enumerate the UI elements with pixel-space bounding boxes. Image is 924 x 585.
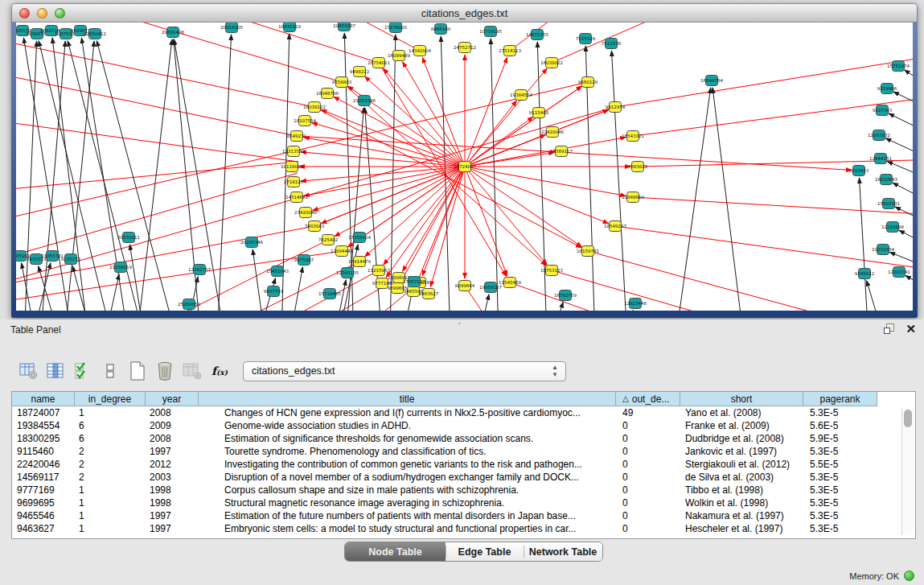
graph-node-teal[interactable]: 7515526 (576, 34, 596, 44)
citation-edge-red[interactable] (416, 167, 465, 285)
citation-edge-black[interactable] (676, 88, 711, 311)
cell-indegree[interactable]: 6 (75, 420, 146, 431)
cell-outde[interactable]: 0 (616, 446, 680, 457)
citation-network-graph[interactable]: 1872400776638221084861918549297161597411… (16, 23, 913, 311)
cell-year[interactable]: 1997 (146, 446, 199, 457)
row-height-icon[interactable] (98, 360, 122, 382)
cell-name[interactable]: 9465546 (12, 510, 75, 521)
graph-node-yellow[interactable]: 14342004 (409, 46, 431, 56)
graph-node-yellow[interactable]: 16099489 (388, 51, 410, 61)
graph-node-teal[interactable]: 15451943 (266, 266, 289, 277)
graph-node-teal[interactable]: 12923448 (624, 299, 647, 309)
citation-edge-red[interactable] (615, 226, 913, 271)
cell-pagerank[interactable]: 5.5E-5 (803, 459, 877, 470)
cell-year[interactable]: 1997 (146, 523, 199, 534)
cell-title[interactable]: Structural magnetic resonance image aver… (199, 497, 616, 509)
citation-edge-red[interactable] (403, 62, 465, 167)
cell-pagerank[interactable]: 5.9E-5 (803, 433, 877, 444)
cell-indegree[interactable]: 1 (75, 523, 146, 534)
citation-edge-black[interactable] (22, 263, 36, 311)
citation-edge-red[interactable] (72, 23, 342, 82)
cell-year[interactable]: 1997 (146, 510, 199, 521)
cell-pagerank[interactable]: 5.3E-5 (803, 510, 877, 521)
citation-edge-black[interactable] (491, 39, 499, 311)
table-row[interactable]: 946362711997Embryonic stem cells: a mode… (12, 522, 915, 535)
cell-title[interactable]: Genome-wide association studies in ADHD. (199, 420, 616, 431)
citation-edge-red[interactable] (465, 117, 533, 167)
graph-node-teal[interactable]: 21053346 (353, 96, 376, 106)
graph-node-teal[interactable]: 12210688 (881, 222, 904, 233)
graph-node-yellow[interactable]: 28754011 (368, 58, 390, 68)
graph-node-yellow[interactable]: 8549231 (287, 131, 307, 142)
window-titlebar[interactable]: citations_edges.txt (12, 4, 917, 23)
cell-year[interactable]: 2009 (146, 420, 199, 431)
cell-short[interactable]: de Silva et al. (2003) (680, 472, 803, 483)
cell-title[interactable]: Disruption of a novel member of a sodium… (199, 472, 616, 483)
graph-node-yellow[interactable]: 27514113 (499, 46, 521, 56)
citation-edge-red[interactable] (633, 96, 913, 136)
cell-short[interactable]: Wolkin et al. (1998) (680, 497, 803, 509)
graph-node-teal[interactable]: 11156819 (109, 262, 132, 273)
cell-short[interactable]: Tibbo et al. (1998) (680, 484, 803, 496)
graph-node-teal[interactable]: 15718485 (318, 289, 341, 299)
citation-edge-black[interactable] (105, 274, 119, 311)
graph-node-yellow[interactable]: 9660128 (578, 77, 598, 88)
column-header-name[interactable]: name (12, 392, 75, 406)
network-canvas[interactable]: 1872400776638221084861918549297161597411… (16, 23, 913, 311)
citation-edge-red[interactable] (143, 240, 328, 311)
graph-node-yellow[interactable]: 24752712 (454, 43, 476, 53)
cell-title[interactable]: Embryonic stem cells: a model to study s… (199, 523, 616, 534)
graph-node-teal[interactable]: 16648784 (700, 76, 723, 86)
table-row[interactable]: 977716911998Corpus callosum shape and si… (12, 484, 915, 496)
graph-node-teal[interactable]: 16210643 (875, 175, 897, 185)
cell-name[interactable]: 19384554 (12, 420, 75, 431)
graph-node-yellow[interactable]: 18107554 (294, 116, 316, 126)
cell-indegree[interactable]: 1 (75, 484, 146, 496)
scrollbar-thumb[interactable] (904, 410, 912, 427)
cell-name[interactable]: 18300295 (12, 433, 75, 444)
cell-title[interactable]: Changes of HCN gene expression and I(f) … (199, 407, 616, 418)
citation-edge-red[interactable] (386, 167, 465, 278)
cell-title[interactable]: Corpus callosum shape and size in male p… (199, 484, 616, 496)
citation-edge-black[interactable] (860, 178, 869, 311)
table-row[interactable]: 969969511998Structural magnetic resonanc… (12, 496, 915, 509)
cell-short[interactable]: Hescheler et al. (1997) (680, 523, 803, 534)
cell-indegree[interactable]: 6 (75, 433, 146, 444)
graph-node-teal[interactable]: 10719195 (479, 27, 502, 37)
node-attribute-table[interactable]: namein_degreeyeartitle△out_de...shortpag… (11, 391, 916, 539)
citation-edge-red[interactable] (615, 56, 913, 107)
citation-edge-red[interactable] (365, 167, 465, 257)
cell-pagerank[interactable]: 5.3E-5 (803, 484, 877, 496)
cell-name[interactable]: 9115460 (12, 446, 75, 457)
cell-outde[interactable]: 0 (616, 472, 680, 483)
cell-year[interactable]: 1998 (146, 497, 199, 509)
cell-indegree[interactable]: 2 (75, 472, 146, 483)
tab-node-table[interactable]: Node Table (345, 542, 446, 561)
cell-outde[interactable]: 0 (616, 484, 680, 496)
citation-edge-red[interactable] (633, 197, 913, 215)
citation-edge-red[interactable] (342, 82, 546, 266)
graph-node-yellow[interactable]: 8099664 (455, 281, 475, 291)
graph-node-teal[interactable]: 9657791 (264, 286, 284, 297)
cell-outde[interactable]: 0 (616, 433, 680, 444)
close-panel-icon[interactable]: ✕ (906, 323, 916, 334)
cell-indegree[interactable]: 2 (75, 459, 146, 470)
citation-edge-black[interactable] (97, 41, 177, 311)
citation-edge-red[interactable] (465, 167, 507, 276)
cell-indegree[interactable]: 2 (75, 446, 146, 457)
cell-outde[interactable]: 0 (616, 523, 680, 534)
graph-node-teal[interactable]: 15751074 (887, 61, 910, 72)
graph-node-teal[interactable]: 14671355 (526, 30, 548, 40)
select-rows-icon[interactable] (71, 360, 95, 382)
cell-short[interactable]: Jankovic et al. (1997) (680, 446, 803, 457)
table-header-row[interactable]: namein_degreeyeartitle△out_de...shortpag… (12, 392, 915, 406)
cell-outde[interactable]: 49 (616, 407, 680, 418)
citation-edge-black[interactable] (885, 138, 913, 167)
graph-node-yellow[interactable]: 2718126 (284, 177, 304, 187)
citation-edge-red[interactable] (384, 68, 465, 167)
tab-edge-table[interactable]: Edge Table (446, 542, 524, 561)
function-builder-icon[interactable]: f(x) (207, 360, 232, 382)
graph-node-yellow[interactable]: 10753123 (540, 266, 563, 276)
cell-title[interactable]: Tourette syndrome. Phenomenology and cla… (199, 446, 616, 457)
citation-edge-black[interactable] (713, 88, 744, 311)
